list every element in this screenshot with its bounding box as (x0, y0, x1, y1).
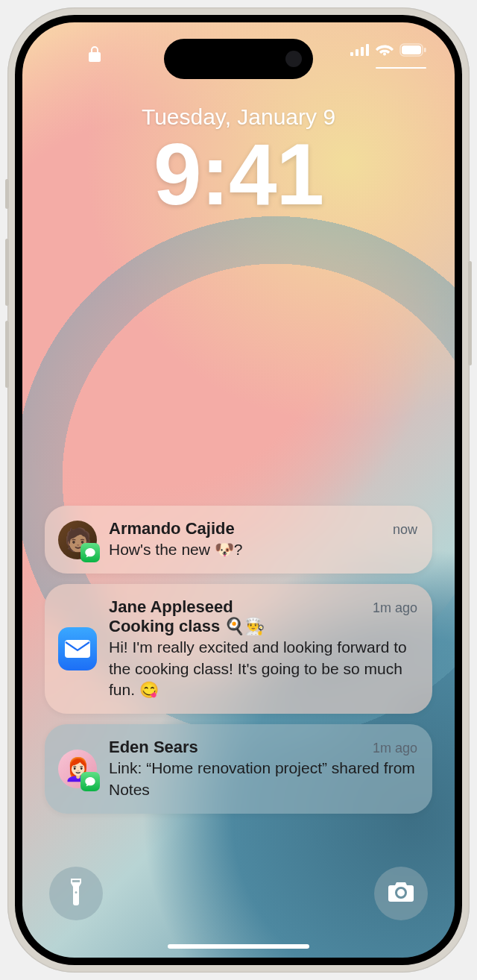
flashlight-icon (66, 877, 86, 910)
lock-screen-time: 9:41 (22, 130, 455, 221)
power-button (468, 261, 472, 365)
notification-list: 🧑🏽 Armando Cajide now How's the new 🐶? (45, 506, 432, 814)
notification-subject: Cooking class 🍳👨‍🍳 (109, 617, 417, 636)
svg-rect-7 (65, 640, 90, 658)
svg-rect-5 (402, 45, 421, 54)
flashlight-button[interactable] (49, 867, 103, 920)
cellular-signal-icon (350, 44, 370, 59)
lock-icon (88, 45, 101, 66)
camera-icon (387, 881, 415, 906)
silent-switch (5, 179, 9, 209)
notification-time: 1m ago (373, 741, 417, 756)
svg-rect-0 (350, 52, 353, 56)
charge-indicator-icon (376, 67, 426, 69)
notification-message: How's the new 🐶? (109, 539, 417, 560)
home-indicator[interactable] (168, 944, 309, 949)
front-camera-icon (285, 51, 302, 67)
lock-screen[interactable]: Tuesday, January 9 9:41 🧑🏽 Armando Cajid… (22, 22, 455, 958)
date-time-widget[interactable]: Tuesday, January 9 9:41 (22, 104, 455, 221)
notification-sender: Armando Cajide (109, 519, 235, 538)
phone-bezel: Tuesday, January 9 9:41 🧑🏽 Armando Cajid… (15, 15, 462, 965)
svg-rect-2 (361, 47, 364, 56)
wifi-icon (376, 43, 394, 60)
volume-up-button (5, 239, 9, 306)
notification-time: 1m ago (373, 600, 417, 616)
notification-avatar (58, 627, 97, 670)
notification-sender: Jane Appleseed (109, 597, 233, 617)
svg-rect-1 (356, 49, 358, 56)
phone-frame: Tuesday, January 9 9:41 🧑🏽 Armando Cajid… (7, 7, 470, 973)
svg-rect-3 (366, 44, 369, 56)
camera-button[interactable] (374, 867, 428, 920)
notification-body: Jane Appleseed 1m ago Cooking class 🍳👨‍🍳… (109, 597, 417, 700)
volume-down-button (5, 321, 9, 388)
notification-avatar: 🧑🏽 (58, 521, 97, 559)
notification-sender: Eden Sears (109, 738, 198, 757)
notification-card[interactable]: 👩🏻‍🦰 Eden Sears 1m ago Link: “Home renov… (45, 724, 432, 814)
quick-actions (49, 867, 428, 920)
notification-card[interactable]: 🧑🏽 Armando Cajide now How's the new 🐶? (45, 506, 432, 574)
messages-app-badge-icon (80, 772, 100, 791)
dynamic-island[interactable] (164, 39, 313, 79)
battery-icon (399, 43, 426, 60)
notification-avatar: 👩🏻‍🦰 (58, 750, 97, 788)
messages-app-badge-icon (80, 543, 100, 562)
notification-message: Link: “Home renovation project” shared f… (109, 758, 417, 800)
mail-app-icon (58, 627, 97, 670)
svg-rect-6 (424, 48, 426, 52)
notification-card[interactable]: Jane Appleseed 1m ago Cooking class 🍳👨‍🍳… (45, 584, 432, 714)
notification-body: Armando Cajide now How's the new 🐶? (109, 519, 417, 560)
notification-body: Eden Sears 1m ago Link: “Home renovation… (109, 738, 417, 800)
notification-time: now (393, 522, 417, 538)
notification-message: Hi! I'm really excited and looking forwa… (109, 637, 417, 700)
